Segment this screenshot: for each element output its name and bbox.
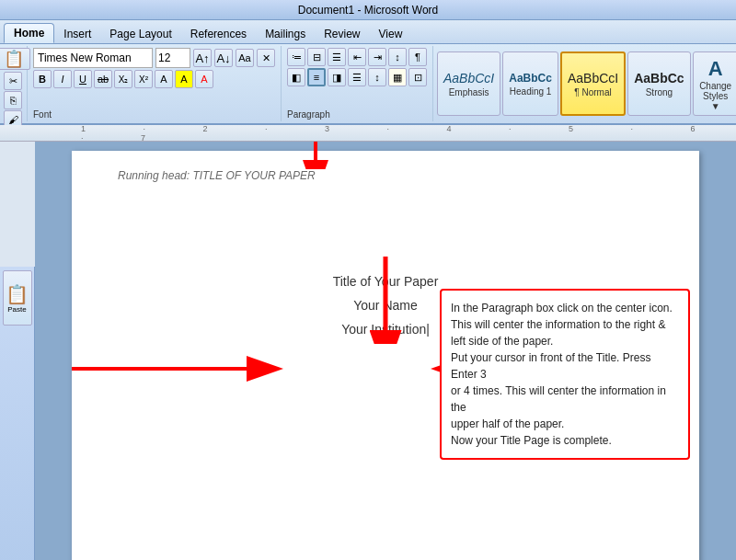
tooltip-line1: In the Paragraph box click on the center… <box>451 302 673 314</box>
highlight-button[interactable]: A <box>175 70 193 88</box>
style-heading1-button[interactable]: AaBbCc Heading 1 <box>502 51 558 116</box>
emphasis-label: Emphasis <box>449 87 489 97</box>
text-effect-button[interactable]: A <box>155 70 173 88</box>
bullets-button[interactable]: ≔ <box>287 48 305 66</box>
ribbon: 📋 ✂ ⎘ 🖌 Clipboard A↑ A↓ Aa ✕ B I U ab X₂… <box>0 44 736 125</box>
tooltip-line7: Now your Title Page is complete. <box>451 434 612 447</box>
heading1-label: Heading 1 <box>510 86 552 97</box>
title-bar: Document1 - Microsoft Word <box>0 0 736 20</box>
tooltip-line5: or 4 times. This will center the informa… <box>451 384 666 414</box>
align-right-button[interactable]: ◨ <box>328 68 346 86</box>
subscript-button[interactable]: X₂ <box>114 70 132 88</box>
tab-mailings[interactable]: Mailings <box>256 25 315 43</box>
border-button[interactable]: ⊡ <box>408 68 427 86</box>
heading1-preview: AaBbCc <box>509 72 552 85</box>
superscript-button[interactable]: X² <box>134 70 153 88</box>
paste-large-button[interactable]: 📋 Paste <box>3 270 32 326</box>
strikethrough-button[interactable]: ab <box>94 70 112 88</box>
emphasis-preview: AaBbCcI <box>443 71 494 86</box>
tab-insert[interactable]: Insert <box>54 25 100 43</box>
line-spacing-button[interactable]: ↕ <box>368 68 386 86</box>
sort-button[interactable]: ↕ <box>388 48 407 66</box>
cut-button[interactable]: ✂ <box>4 72 22 90</box>
tooltip-line4: Put your cursor in front of the Title. P… <box>451 351 650 381</box>
tooltip-line3: left side of the paper. <box>451 335 553 348</box>
paragraph-group: ≔ ⊟ ☰ ⇤ ⇥ ↕ ¶ ◧ ≡ ◨ ☰ ↕ ▦ ⊡ Paragraph <box>282 46 433 121</box>
tooltip-line2: This will center the information to the … <box>451 318 665 331</box>
style-strong-button[interactable]: AaBbCc Strong <box>627 51 690 116</box>
font-size-selector[interactable] <box>155 48 190 68</box>
tooltip-box: In the Paragraph box click on the center… <box>440 289 690 460</box>
tooltip-line6: upper half of the paper. <box>451 417 564 430</box>
justify-button[interactable]: ☰ <box>348 68 366 86</box>
font-group-label: Font <box>33 108 275 120</box>
copy-button[interactable]: ⎘ <box>4 91 22 109</box>
ribbon-tabs: Home Insert Page Layout References Maili… <box>0 20 736 44</box>
styles-group: AaBbCcI Emphasis AaBbCc Heading 1 AaBbCc… <box>433 46 736 121</box>
title-text: Document1 - Microsoft Word <box>298 4 439 17</box>
tab-view[interactable]: View <box>370 25 412 43</box>
strong-label: Strong <box>646 87 673 97</box>
grow-font-button[interactable]: A↑ <box>193 49 212 67</box>
style-normal-button[interactable]: AaBbCcI ¶ Normal <box>560 51 626 116</box>
increase-indent-button[interactable]: ⇥ <box>368 48 386 66</box>
change-styles-button[interactable]: A Change Styles ▼ <box>693 51 736 116</box>
normal-label: ¶ Normal <box>574 87 611 97</box>
tab-home[interactable]: Home <box>4 23 54 43</box>
shading-button[interactable]: ▦ <box>388 68 407 86</box>
multilevel-button[interactable]: ☰ <box>328 48 346 66</box>
tab-review[interactable]: Review <box>315 25 369 43</box>
paste-button[interactable]: 📋 <box>0 48 30 70</box>
italic-button[interactable]: I <box>53 70 72 88</box>
style-emphasis-button[interactable]: AaBbCcI Emphasis <box>437 51 500 116</box>
show-marks-button[interactable]: ¶ <box>408 48 427 66</box>
clear-format-button[interactable]: ✕ <box>257 49 275 67</box>
align-center-button[interactable]: ≡ <box>307 68 326 86</box>
tab-page-layout[interactable]: Page Layout <box>100 25 180 43</box>
document-page: Running head: TITLE OF YOUR PAPER Title … <box>72 151 699 560</box>
change-styles-label: Change Styles ▼ <box>699 81 732 111</box>
change-case-button[interactable]: Aa <box>236 49 254 67</box>
normal-preview: AaBbCcI <box>568 71 618 86</box>
ruler: 1 · 2 · 3 · 4 · 5 · 6 · 7 <box>0 125 736 142</box>
clipboard-group: 📋 ✂ ⎘ 🖌 Clipboard <box>0 46 28 121</box>
font-name-selector[interactable] <box>33 48 153 68</box>
align-left-button[interactable]: ◧ <box>287 68 305 86</box>
font-group: A↑ A↓ Aa ✕ B I U ab X₂ X² A A A Font <box>28 46 282 121</box>
strong-preview: AaBbCc <box>634 71 684 86</box>
bold-button[interactable]: B <box>33 70 52 88</box>
paragraph-group-label: Paragraph <box>287 108 427 120</box>
sidebar-panel: 📋 Paste <box>0 267 35 560</box>
font-color-button[interactable]: A <box>195 70 213 88</box>
shrink-font-button[interactable]: A↓ <box>214 49 233 67</box>
down-arrow <box>358 252 413 344</box>
running-head: Running head: TITLE OF YOUR PAPER <box>118 169 653 182</box>
decrease-indent-button[interactable]: ⇤ <box>348 48 366 66</box>
document-area: Running head: TITLE OF YOUR PAPER Title … <box>35 142 736 560</box>
tab-references[interactable]: References <box>181 25 256 43</box>
numbering-button[interactable]: ⊟ <box>307 48 326 66</box>
underline-button[interactable]: U <box>74 70 92 88</box>
